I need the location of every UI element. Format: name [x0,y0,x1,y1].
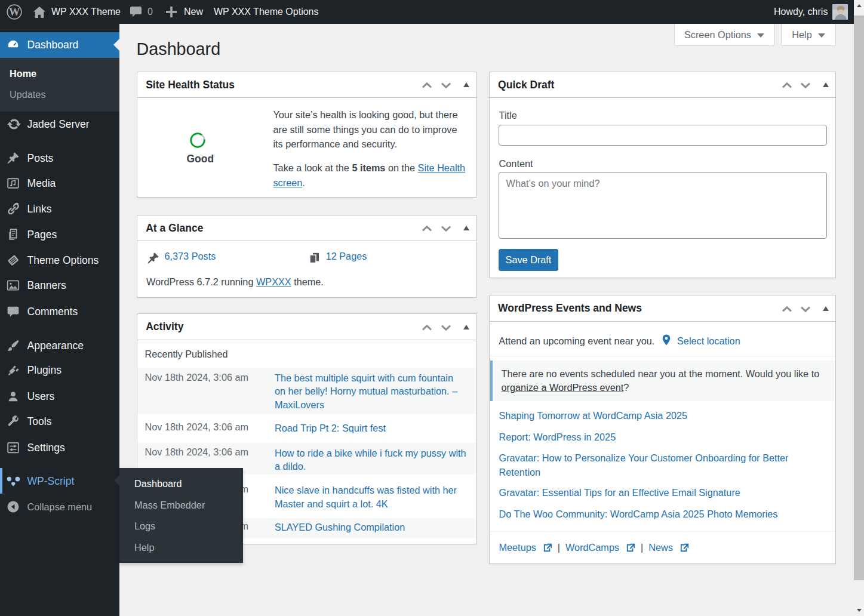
svg-text:W: W [9,6,20,18]
